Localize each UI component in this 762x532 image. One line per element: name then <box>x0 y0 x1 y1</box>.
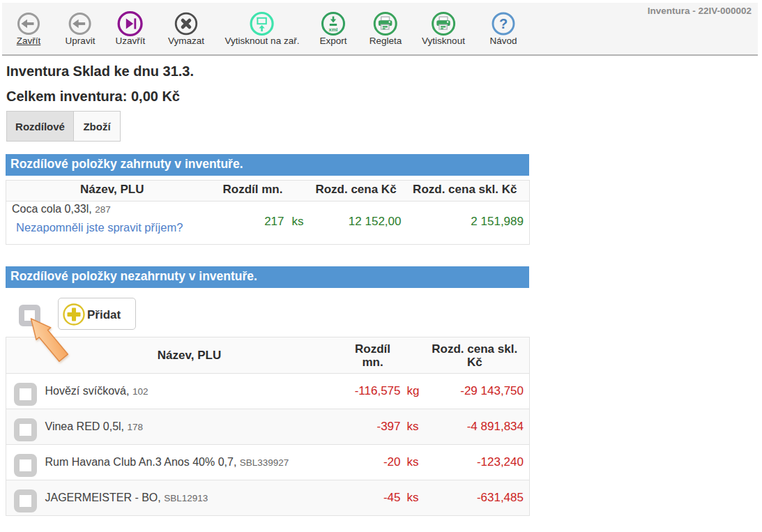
svg-text:xml: xml <box>329 26 338 33</box>
svg-text:?: ? <box>499 16 508 31</box>
